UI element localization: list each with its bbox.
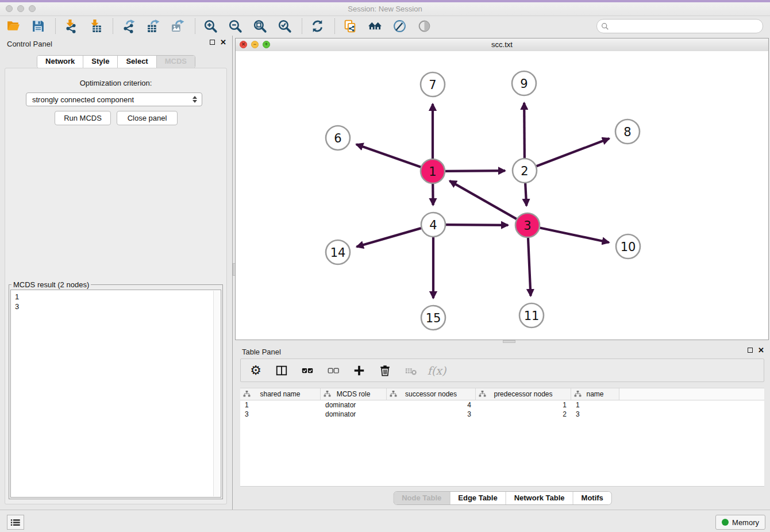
graph-node-6[interactable]: 6 <box>326 126 350 150</box>
graph-node-14[interactable]: 14 <box>326 240 350 264</box>
graph-node-label: 8 <box>623 125 631 139</box>
graph-node-label: 1 <box>429 165 436 179</box>
task-history-button[interactable] <box>7 515 24 530</box>
table-panel: Table Panel ✕ ⚙f(x) shared nameMCDS role… <box>235 344 770 510</box>
network-canvas[interactable]: 7968124314101511 <box>236 51 768 340</box>
graph-node-1[interactable]: 1 <box>421 159 445 183</box>
settings-icon[interactable]: ⚙ <box>249 364 263 377</box>
graph-node-15[interactable]: 15 <box>421 306 445 330</box>
table-row[interactable]: 1dominator411 <box>240 400 764 410</box>
horizontal-splitter-grip[interactable] <box>503 340 515 343</box>
column-header-MCDS-role[interactable]: MCDS role <box>321 388 387 400</box>
tab-node-table[interactable]: Node Table <box>394 492 450 504</box>
node-table: shared nameMCDS rolesuccessor nodesprede… <box>240 388 764 487</box>
refresh-icon[interactable] <box>310 18 325 34</box>
tab-network[interactable]: Network <box>37 56 83 68</box>
network-graph[interactable]: 7968124314101511 <box>236 51 768 340</box>
column-header-name[interactable]: name <box>571 388 619 400</box>
graph-node-2[interactable]: 2 <box>513 159 537 183</box>
style-preview-icon[interactable] <box>392 18 407 34</box>
graph-edge-2-8[interactable] <box>537 138 610 166</box>
table-cell[interactable]: 3 <box>240 410 321 419</box>
columns-icon[interactable] <box>275 364 288 377</box>
tab-edge-table[interactable]: Edge Table <box>450 492 506 504</box>
graph-node-label: 9 <box>520 77 528 91</box>
table-panel-header: Table Panel ✕ <box>235 344 770 360</box>
zoom-selected-icon[interactable] <box>277 18 292 34</box>
delete-row-icon[interactable] <box>378 364 392 377</box>
graph-node-9[interactable]: 9 <box>512 71 536 95</box>
graph-edge-1-2[interactable] <box>445 171 505 171</box>
table-cell[interactable]: 3 <box>387 410 476 419</box>
graph-edge-3-10[interactable] <box>540 228 609 242</box>
table-cell[interactable]: dominator <box>321 400 387 410</box>
table-cell[interactable]: 3 <box>571 410 619 419</box>
graph-node-3[interactable]: 3 <box>515 213 540 237</box>
graph-edge-4-3[interactable] <box>446 225 508 225</box>
float-panel-icon[interactable] <box>210 40 215 45</box>
column-hierarchy-icon <box>243 391 251 397</box>
graph-node-8[interactable]: 8 <box>615 119 640 144</box>
tab-select[interactable]: Select <box>118 56 156 68</box>
graph-node-4[interactable]: 4 <box>421 213 445 237</box>
table-cell[interactable]: 1 <box>240 400 321 410</box>
graph-edge-2-9[interactable] <box>524 103 525 158</box>
graph-edge-4-14[interactable] <box>357 228 421 246</box>
zoom-fit-icon[interactable] <box>252 18 268 34</box>
column-header-filler <box>619 388 764 400</box>
select-all-icon[interactable] <box>301 364 314 377</box>
save-session-icon[interactable] <box>30 18 46 34</box>
table-cell[interactable]: 4 <box>387 400 476 410</box>
deselect-all-icon[interactable] <box>326 364 340 377</box>
tab-motifs[interactable]: Motifs <box>573 492 611 504</box>
float-table-panel-icon[interactable] <box>748 348 753 353</box>
memory-button[interactable]: Memory <box>715 515 765 530</box>
close-panel-icon[interactable]: ✕ <box>220 39 226 45</box>
table-row[interactable]: 3dominator323 <box>240 410 764 419</box>
column-header-predecessor-nodes[interactable]: predecessor nodes <box>476 388 571 400</box>
control-panel-header: Control Panel ✕ <box>0 36 232 52</box>
table-cell[interactable]: 1 <box>571 400 619 410</box>
run-mcds-button[interactable]: Run MCDS <box>55 111 111 125</box>
column-header-successor-nodes[interactable]: successor nodes <box>387 388 476 400</box>
graph-node-10[interactable]: 10 <box>616 234 640 259</box>
mcds-result-textarea[interactable]: 1 3 <box>10 290 221 498</box>
close-panel-button[interactable]: Close panel <box>117 111 178 125</box>
optimization-dropdown[interactable]: strongly connected component <box>26 92 202 106</box>
zoom-out-icon[interactable] <box>228 18 243 34</box>
graph-edge-1-6[interactable] <box>356 144 421 167</box>
column-hierarchy-icon <box>324 391 331 397</box>
graph-edge-2-3[interactable] <box>525 183 526 206</box>
graph-node-label: 14 <box>330 246 346 260</box>
graph-node-11[interactable]: 11 <box>519 303 544 327</box>
zoom-in-icon[interactable] <box>203 18 218 34</box>
graph-edge-3-11[interactable] <box>528 238 531 296</box>
toolbar-separator <box>113 18 114 34</box>
tab-mcds[interactable]: MCDS <box>157 56 195 68</box>
result-scrollbar[interactable] <box>213 291 220 496</box>
app-titlebar: Session: New Session <box>0 2 770 16</box>
search-input[interactable] <box>611 21 763 32</box>
graph-edge-3-1[interactable] <box>450 181 517 219</box>
import-table-icon[interactable] <box>88 18 103 34</box>
table-tabs: Node TableEdge TableNetwork TableMotifs <box>393 491 612 505</box>
open-session-icon[interactable] <box>6 18 21 34</box>
close-table-panel-icon[interactable]: ✕ <box>758 347 764 353</box>
table-cell[interactable]: 2 <box>476 410 571 419</box>
home-layout-icon[interactable] <box>367 18 383 34</box>
export-table-icon[interactable] <box>145 18 161 34</box>
table-cell[interactable]: dominator <box>321 410 387 419</box>
graph-node-7[interactable]: 7 <box>421 72 445 97</box>
export-network-icon[interactable] <box>121 18 136 34</box>
column-label: MCDS role <box>337 390 371 398</box>
network-window-titlebar[interactable]: ✕ − + scc.txt <box>236 38 768 52</box>
graph-node-label: 3 <box>523 219 531 233</box>
export-image-icon[interactable] <box>170 18 186 34</box>
tab-network-table[interactable]: Network Table <box>506 492 573 504</box>
add-row-icon[interactable] <box>352 364 366 377</box>
import-network-icon[interactable] <box>63 18 79 34</box>
clone-network-icon[interactable] <box>342 18 358 34</box>
tab-style[interactable]: Style <box>83 56 118 68</box>
column-header-shared-name[interactable]: shared name <box>240 388 321 400</box>
table-cell[interactable]: 1 <box>476 400 571 410</box>
